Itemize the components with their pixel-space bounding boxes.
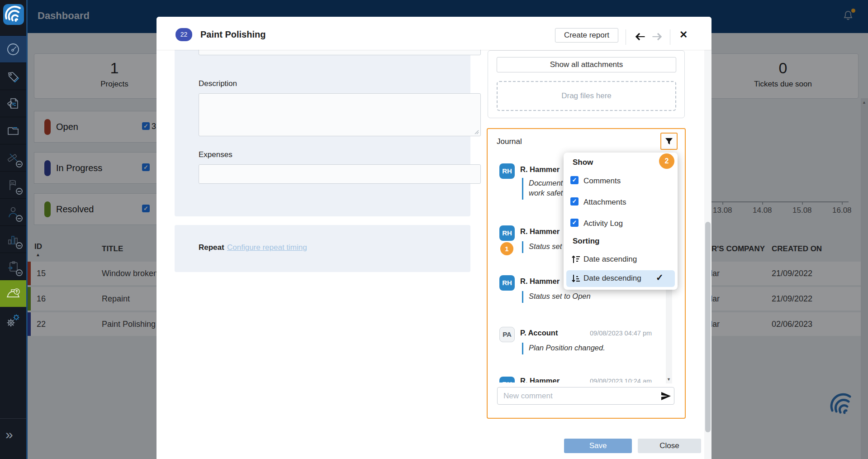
expenses-input[interactable] xyxy=(199,164,481,184)
entry-comment: Status set to Open xyxy=(522,291,662,303)
file-dropzone[interactable]: Drag files here xyxy=(497,81,676,111)
configure-repeat-link[interactable]: Configure repeat timing xyxy=(227,243,307,252)
speedometer-icon xyxy=(6,43,20,56)
avatar: RH xyxy=(499,163,515,179)
sidebar-item-settings[interactable] xyxy=(0,307,26,334)
sidebar-expand-button[interactable]: » xyxy=(0,418,26,450)
sidebar-item-dashboard[interactable] xyxy=(0,35,26,62)
sidebar: » xyxy=(0,0,28,459)
journal-filter-button[interactable] xyxy=(660,133,678,150)
disabled-minus-icon xyxy=(16,188,23,195)
description-label: Description xyxy=(199,79,237,88)
attachments-checkbox[interactable]: ✓ xyxy=(570,197,579,206)
sorting-section-label: Sorting xyxy=(573,237,600,246)
close-button[interactable]: Close xyxy=(638,439,701,453)
screen: Dashboard 1 Projects 0 Tickets due soon … xyxy=(0,0,868,459)
modal-header: 22 Paint Polishing Create report ✕ xyxy=(157,17,711,50)
send-comment-icon[interactable] xyxy=(660,391,671,402)
activity-log-checkbox[interactable]: ✓ xyxy=(570,219,579,227)
sidebar-item-statistics[interactable] xyxy=(0,225,26,253)
description-textarea[interactable] xyxy=(199,93,481,136)
header-divider xyxy=(670,29,670,45)
activity-log-option[interactable]: Activity Log xyxy=(583,219,623,228)
modal-scrollbar[interactable] xyxy=(704,50,711,459)
entry-author: R. Hammer xyxy=(520,277,560,286)
entry-author: R. Hammer xyxy=(520,377,560,382)
details-panel: Description Expenses xyxy=(175,47,470,216)
entry-author: P. Account xyxy=(520,329,558,337)
show-section-label: Show xyxy=(573,158,593,167)
comments-checkbox[interactable]: ✓ xyxy=(570,176,579,184)
filter-funnel-icon xyxy=(665,137,673,145)
tag-icon xyxy=(6,70,20,83)
gears-icon xyxy=(5,313,21,328)
entry-timestamp: 09/08/2023 04:47 pm xyxy=(590,330,652,337)
ticket-id-badge: 22 xyxy=(175,28,192,41)
create-report-button[interactable]: Create report xyxy=(555,28,618,43)
repeat-panel: Repeat Configure repeat timing xyxy=(175,225,470,272)
double-chevron-right-icon: » xyxy=(0,427,8,442)
sidebar-item-work-report[interactable] xyxy=(0,90,26,117)
show-all-attachments-button[interactable]: Show all attachments xyxy=(497,57,676,72)
journal-title: Journal xyxy=(497,137,522,146)
entry-author: R. Hammer xyxy=(520,227,560,236)
disabled-minus-icon xyxy=(16,161,23,167)
sort-date-descending[interactable]: Date descending xyxy=(583,274,641,283)
entry-comment: Plan Position changed. xyxy=(522,343,662,354)
document-hammer-icon xyxy=(6,97,20,110)
sort-descending-icon xyxy=(570,273,581,284)
comments-option[interactable]: Comments xyxy=(583,177,621,186)
unread-count-badge: 1 xyxy=(500,242,513,255)
entry-timestamp: 09/08/2023 10:24 am xyxy=(590,378,652,382)
new-comment-input[interactable] xyxy=(497,387,674,405)
disabled-minus-icon xyxy=(16,242,23,249)
resize-handle-icon xyxy=(474,130,479,134)
disabled-minus-icon xyxy=(16,215,23,222)
sidebar-item-tasks[interactable] xyxy=(0,253,26,280)
disabled-minus-icon xyxy=(16,269,23,276)
attachments-card: Show all attachments Drag files here xyxy=(488,50,685,118)
sidebar-item-projects[interactable] xyxy=(0,117,26,144)
save-button[interactable]: Save xyxy=(564,439,632,453)
modal-scrollbar-thumb[interactable] xyxy=(705,222,711,432)
avatar: RH xyxy=(499,275,515,291)
ticket-title: Paint Polishing xyxy=(200,29,266,40)
repeat-label: Repeat xyxy=(199,243,224,252)
avatar: RH xyxy=(499,225,515,241)
hard-hat-upload-icon xyxy=(5,286,21,301)
sidebar-item-tags[interactable] xyxy=(0,62,26,90)
sidebar-item-measure[interactable] xyxy=(0,144,26,171)
close-modal-icon[interactable]: ✕ xyxy=(679,29,688,41)
selected-check-icon: ✓ xyxy=(656,272,664,283)
expenses-label: Expenses xyxy=(199,150,232,159)
sort-ascending-icon xyxy=(570,254,581,265)
dropzone-text: Drag files here xyxy=(561,91,612,100)
sidebar-item-flags[interactable] xyxy=(0,171,26,198)
header-divider xyxy=(626,29,626,45)
app-logo[interactable] xyxy=(3,4,24,25)
filter-count-badge: 2 xyxy=(659,153,674,169)
sidebar-item-people[interactable] xyxy=(0,198,26,225)
sort-date-ascending[interactable]: Date ascending xyxy=(583,255,637,264)
scroll-down-arrow-icon[interactable]: ▼ xyxy=(667,377,671,382)
forward-arrow-icon[interactable] xyxy=(651,30,664,43)
folder-icon xyxy=(6,124,20,138)
avatar: PA xyxy=(499,327,515,342)
entry-author: R. Hammer xyxy=(520,165,560,174)
journal-filter-dropdown: 2 Show ✓ Comments ✓ Attachments ✓ Activi… xyxy=(564,153,678,290)
avatar: RH xyxy=(499,377,515,382)
back-arrow-icon[interactable] xyxy=(634,30,646,43)
attachments-option[interactable]: Attachments xyxy=(583,198,626,207)
sidebar-item-safety-upload[interactable] xyxy=(0,280,26,307)
